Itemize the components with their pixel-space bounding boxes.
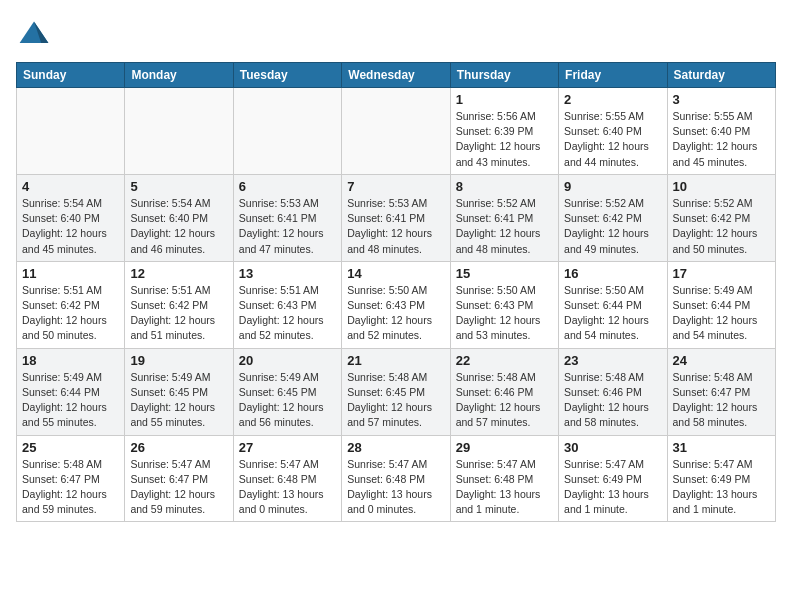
calendar-cell: 3Sunrise: 5:55 AM Sunset: 6:40 PM Daylig…: [667, 88, 775, 175]
day-info: Sunrise: 5:48 AM Sunset: 6:45 PM Dayligh…: [347, 370, 444, 431]
calendar-cell: 30Sunrise: 5:47 AM Sunset: 6:49 PM Dayli…: [559, 435, 667, 522]
calendar-week-5: 25Sunrise: 5:48 AM Sunset: 6:47 PM Dayli…: [17, 435, 776, 522]
calendar-cell: 28Sunrise: 5:47 AM Sunset: 6:48 PM Dayli…: [342, 435, 450, 522]
day-info: Sunrise: 5:55 AM Sunset: 6:40 PM Dayligh…: [673, 109, 770, 170]
day-info: Sunrise: 5:51 AM Sunset: 6:43 PM Dayligh…: [239, 283, 336, 344]
calendar-cell: 26Sunrise: 5:47 AM Sunset: 6:47 PM Dayli…: [125, 435, 233, 522]
calendar-cell: 7Sunrise: 5:53 AM Sunset: 6:41 PM Daylig…: [342, 174, 450, 261]
day-number: 2: [564, 92, 661, 107]
day-number: 16: [564, 266, 661, 281]
logo: [16, 16, 56, 52]
weekday-header-friday: Friday: [559, 63, 667, 88]
calendar-header-row: SundayMondayTuesdayWednesdayThursdayFrid…: [17, 63, 776, 88]
day-info: Sunrise: 5:47 AM Sunset: 6:48 PM Dayligh…: [456, 457, 553, 518]
weekday-header-wednesday: Wednesday: [342, 63, 450, 88]
day-info: Sunrise: 5:47 AM Sunset: 6:49 PM Dayligh…: [673, 457, 770, 518]
day-number: 30: [564, 440, 661, 455]
calendar-cell: 14Sunrise: 5:50 AM Sunset: 6:43 PM Dayli…: [342, 261, 450, 348]
calendar-cell: 24Sunrise: 5:48 AM Sunset: 6:47 PM Dayli…: [667, 348, 775, 435]
day-info: Sunrise: 5:54 AM Sunset: 6:40 PM Dayligh…: [130, 196, 227, 257]
day-number: 4: [22, 179, 119, 194]
calendar-week-3: 11Sunrise: 5:51 AM Sunset: 6:42 PM Dayli…: [17, 261, 776, 348]
calendar-cell: [233, 88, 341, 175]
day-number: 13: [239, 266, 336, 281]
calendar-cell: 22Sunrise: 5:48 AM Sunset: 6:46 PM Dayli…: [450, 348, 558, 435]
calendar-cell: 4Sunrise: 5:54 AM Sunset: 6:40 PM Daylig…: [17, 174, 125, 261]
calendar-cell: 20Sunrise: 5:49 AM Sunset: 6:45 PM Dayli…: [233, 348, 341, 435]
day-info: Sunrise: 5:50 AM Sunset: 6:44 PM Dayligh…: [564, 283, 661, 344]
weekday-header-sunday: Sunday: [17, 63, 125, 88]
day-number: 26: [130, 440, 227, 455]
day-number: 27: [239, 440, 336, 455]
day-number: 20: [239, 353, 336, 368]
day-info: Sunrise: 5:47 AM Sunset: 6:49 PM Dayligh…: [564, 457, 661, 518]
calendar-week-2: 4Sunrise: 5:54 AM Sunset: 6:40 PM Daylig…: [17, 174, 776, 261]
day-number: 18: [22, 353, 119, 368]
day-info: Sunrise: 5:55 AM Sunset: 6:40 PM Dayligh…: [564, 109, 661, 170]
day-number: 6: [239, 179, 336, 194]
page-header: [16, 16, 776, 52]
calendar-week-4: 18Sunrise: 5:49 AM Sunset: 6:44 PM Dayli…: [17, 348, 776, 435]
calendar-cell: 17Sunrise: 5:49 AM Sunset: 6:44 PM Dayli…: [667, 261, 775, 348]
day-number: 9: [564, 179, 661, 194]
day-info: Sunrise: 5:49 AM Sunset: 6:44 PM Dayligh…: [673, 283, 770, 344]
calendar-week-1: 1Sunrise: 5:56 AM Sunset: 6:39 PM Daylig…: [17, 88, 776, 175]
day-number: 15: [456, 266, 553, 281]
day-number: 29: [456, 440, 553, 455]
day-info: Sunrise: 5:47 AM Sunset: 6:48 PM Dayligh…: [239, 457, 336, 518]
day-info: Sunrise: 5:53 AM Sunset: 6:41 PM Dayligh…: [239, 196, 336, 257]
day-number: 22: [456, 353, 553, 368]
day-number: 8: [456, 179, 553, 194]
calendar-cell: 15Sunrise: 5:50 AM Sunset: 6:43 PM Dayli…: [450, 261, 558, 348]
day-info: Sunrise: 5:47 AM Sunset: 6:48 PM Dayligh…: [347, 457, 444, 518]
day-number: 28: [347, 440, 444, 455]
day-info: Sunrise: 5:48 AM Sunset: 6:47 PM Dayligh…: [673, 370, 770, 431]
day-info: Sunrise: 5:49 AM Sunset: 6:45 PM Dayligh…: [130, 370, 227, 431]
day-number: 21: [347, 353, 444, 368]
calendar-cell: 2Sunrise: 5:55 AM Sunset: 6:40 PM Daylig…: [559, 88, 667, 175]
day-number: 5: [130, 179, 227, 194]
weekday-header-thursday: Thursday: [450, 63, 558, 88]
calendar-cell: 11Sunrise: 5:51 AM Sunset: 6:42 PM Dayli…: [17, 261, 125, 348]
day-info: Sunrise: 5:54 AM Sunset: 6:40 PM Dayligh…: [22, 196, 119, 257]
calendar-cell: 27Sunrise: 5:47 AM Sunset: 6:48 PM Dayli…: [233, 435, 341, 522]
day-info: Sunrise: 5:56 AM Sunset: 6:39 PM Dayligh…: [456, 109, 553, 170]
day-info: Sunrise: 5:51 AM Sunset: 6:42 PM Dayligh…: [22, 283, 119, 344]
day-number: 31: [673, 440, 770, 455]
calendar-cell: 10Sunrise: 5:52 AM Sunset: 6:42 PM Dayli…: [667, 174, 775, 261]
weekday-header-monday: Monday: [125, 63, 233, 88]
day-info: Sunrise: 5:47 AM Sunset: 6:47 PM Dayligh…: [130, 457, 227, 518]
day-number: 23: [564, 353, 661, 368]
calendar-cell: 25Sunrise: 5:48 AM Sunset: 6:47 PM Dayli…: [17, 435, 125, 522]
day-info: Sunrise: 5:48 AM Sunset: 6:46 PM Dayligh…: [456, 370, 553, 431]
calendar-cell: 9Sunrise: 5:52 AM Sunset: 6:42 PM Daylig…: [559, 174, 667, 261]
day-number: 12: [130, 266, 227, 281]
calendar-cell: 23Sunrise: 5:48 AM Sunset: 6:46 PM Dayli…: [559, 348, 667, 435]
calendar-cell: 21Sunrise: 5:48 AM Sunset: 6:45 PM Dayli…: [342, 348, 450, 435]
calendar-cell: 6Sunrise: 5:53 AM Sunset: 6:41 PM Daylig…: [233, 174, 341, 261]
day-number: 25: [22, 440, 119, 455]
calendar-cell: 16Sunrise: 5:50 AM Sunset: 6:44 PM Dayli…: [559, 261, 667, 348]
day-info: Sunrise: 5:52 AM Sunset: 6:42 PM Dayligh…: [564, 196, 661, 257]
calendar-cell: [17, 88, 125, 175]
day-number: 1: [456, 92, 553, 107]
weekday-header-saturday: Saturday: [667, 63, 775, 88]
day-info: Sunrise: 5:48 AM Sunset: 6:46 PM Dayligh…: [564, 370, 661, 431]
calendar-cell: 1Sunrise: 5:56 AM Sunset: 6:39 PM Daylig…: [450, 88, 558, 175]
calendar-cell: 18Sunrise: 5:49 AM Sunset: 6:44 PM Dayli…: [17, 348, 125, 435]
day-info: Sunrise: 5:53 AM Sunset: 6:41 PM Dayligh…: [347, 196, 444, 257]
day-number: 3: [673, 92, 770, 107]
day-info: Sunrise: 5:50 AM Sunset: 6:43 PM Dayligh…: [456, 283, 553, 344]
day-info: Sunrise: 5:51 AM Sunset: 6:42 PM Dayligh…: [130, 283, 227, 344]
calendar-cell: [342, 88, 450, 175]
day-info: Sunrise: 5:52 AM Sunset: 6:41 PM Dayligh…: [456, 196, 553, 257]
day-number: 11: [22, 266, 119, 281]
calendar-table: SundayMondayTuesdayWednesdayThursdayFrid…: [16, 62, 776, 522]
day-info: Sunrise: 5:50 AM Sunset: 6:43 PM Dayligh…: [347, 283, 444, 344]
day-info: Sunrise: 5:52 AM Sunset: 6:42 PM Dayligh…: [673, 196, 770, 257]
day-number: 7: [347, 179, 444, 194]
day-number: 17: [673, 266, 770, 281]
weekday-header-tuesday: Tuesday: [233, 63, 341, 88]
day-info: Sunrise: 5:49 AM Sunset: 6:44 PM Dayligh…: [22, 370, 119, 431]
calendar-cell: 13Sunrise: 5:51 AM Sunset: 6:43 PM Dayli…: [233, 261, 341, 348]
